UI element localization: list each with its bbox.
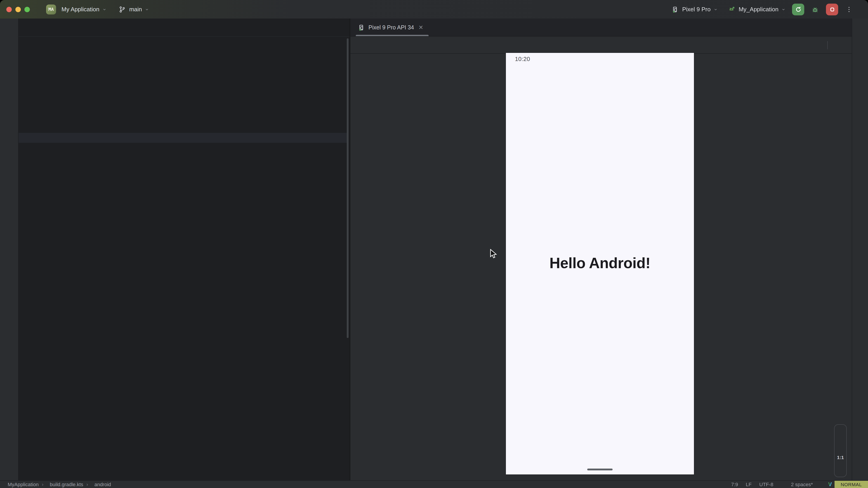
run-configuration-label: My_Application [739,6,778,13]
virtual-device-icon [357,23,366,32]
device-selector-label: Pixel 9 Pro [682,6,711,13]
project-name: My Application [61,6,99,13]
run-configuration-selector[interactable]: My_Application [727,5,786,14]
phone-status-bar: 10:20 [506,53,694,65]
indent-style[interactable]: 2 spaces* [791,482,813,487]
project-avatar: MA [46,4,56,14]
ideavim-icon[interactable]: V [828,481,832,488]
code-editor[interactable] [19,36,349,481]
android-head-icon [727,5,736,14]
zoom-in-button[interactable] [836,429,845,438]
line-ending[interactable]: LF [746,482,752,487]
chevron-down-icon [781,7,786,11]
current-line-highlight [19,133,347,143]
mouse-cursor [490,249,497,259]
vim-mode-badge: NORMAL [835,481,868,488]
breadcrumb-file[interactable]: build.gradle.kts [50,482,83,487]
status-bar: MyApplication › build.gradle.kts › andro… [0,480,868,488]
more-actions-button[interactable] [844,5,854,14]
breadcrumb: MyApplication › build.gradle.kts › andro… [4,482,111,487]
stop-button[interactable] [826,3,838,15]
debug-button[interactable] [811,5,819,14]
device-tab-label[interactable]: Pixel 9 Pro API 34 [368,24,414,31]
editor-tab-bar [19,19,349,37]
editor-pane [19,19,349,481]
emulator-display-area: 10:20 Hello Android! [350,53,852,481]
fit-to-window-button[interactable] [836,464,845,473]
device-tab-bar: Pixel 9 Pro API 34 ✕ [350,19,852,37]
left-tool-rail [0,19,19,481]
device-selector[interactable]: Pixel 9 Pro [671,5,718,14]
caret-position[interactable]: 7:9 [731,482,738,487]
rerun-icon [794,5,803,14]
maximize-window-button[interactable] [24,6,30,12]
zoom-controls: 1:1 [834,424,847,477]
panel-options-icon[interactable] [822,23,831,32]
phone-screen[interactable]: 10:20 Hello Android! [506,53,694,475]
phone-clock: 10:20 [515,56,530,62]
screenshot-compare-icon[interactable] [810,39,822,51]
project-selector[interactable]: My Application [61,6,107,13]
hide-panel-icon[interactable] [837,23,846,32]
chevron-down-icon [145,7,149,11]
emulator-toolbar [350,37,852,54]
rerun-button[interactable] [792,3,804,15]
open-in-window-icon[interactable] [806,23,815,32]
breadcrumb-project[interactable]: MyApplication [8,482,39,487]
close-device-tab-icon[interactable]: ✕ [418,24,423,31]
new-device-tab-button[interactable] [430,23,439,32]
running-devices-panel: Pixel 9 Pro API 34 ✕ [349,19,852,481]
breadcrumb-separator: › [86,482,88,487]
editor-scrollbar[interactable] [347,38,348,338]
window-controls [6,6,30,12]
minimize-window-button[interactable] [16,6,21,12]
file-encoding[interactable]: UTF-8 [759,482,773,487]
actual-size-button[interactable]: 1:1 [837,454,844,460]
android-studio-window: MA My Application main Pixel 9 Pro My_Ap… [0,0,868,488]
chevron-down-icon [713,7,718,11]
breadcrumb-separator: › [42,482,43,487]
greeting-text: Hello Android! [506,254,694,271]
right-tool-rail [852,19,868,481]
git-branch-icon [118,5,127,14]
stop-icon [828,5,837,14]
navigation-handle[interactable] [587,468,613,470]
zoom-out-button[interactable] [836,442,845,451]
vcs-branch-selector[interactable]: main [118,5,149,14]
chevron-down-icon [102,7,107,11]
title-bar: MA My Application main Pixel 9 Pro My_Ap… [0,0,868,19]
branch-name: main [129,6,142,13]
breadcrumb-element[interactable]: android [94,482,111,487]
hardware-input-ok-icon[interactable] [833,39,844,51]
phone-device-icon [671,5,680,14]
close-window-button[interactable] [6,6,12,12]
